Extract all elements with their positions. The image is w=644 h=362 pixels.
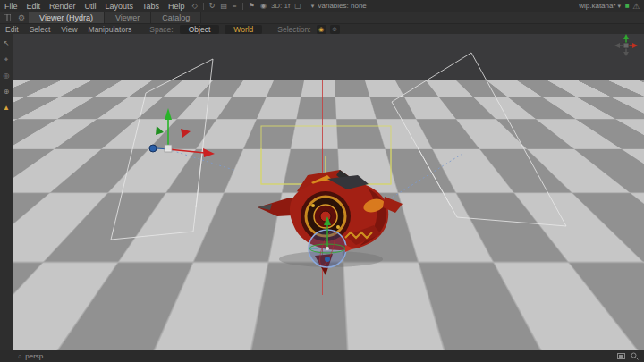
render-status-3d: 3D: 1f (269, 2, 292, 10)
menu-util[interactable]: Util (80, 2, 101, 11)
plane-handle-red[interactable] (181, 129, 191, 138)
project-name[interactable]: wip.katana* (579, 2, 615, 10)
tab-viewer-hydra[interactable]: Viewer (Hydra) (29, 12, 105, 23)
display-mode-icon[interactable] (617, 353, 625, 360)
selection-object-icon: ◉ (318, 25, 324, 34)
warning-icon[interactable]: ⚠ (632, 2, 644, 11)
project-caret-icon[interactable]: ▾ (616, 3, 623, 10)
menu-help[interactable]: Help (164, 2, 190, 11)
scenegraph-status-icon: ■ (623, 2, 632, 10)
space-label: Space: (137, 25, 176, 34)
viewer-menu-edit[interactable]: Edit (0, 25, 24, 34)
menu-tabs[interactable]: Tabs (138, 2, 164, 11)
scale-tool-icon[interactable]: ⊕ (4, 88, 10, 97)
pane-settings-gear-icon[interactable]: ⚙ (14, 12, 29, 23)
flag-icon[interactable]: ⚑ (246, 0, 258, 12)
menu-render[interactable]: Render (45, 2, 80, 11)
locator-icon[interactable]: ◇ (190, 0, 200, 12)
interactive-render-icon[interactable]: ◉ (258, 0, 269, 12)
camera-name[interactable]: persp (25, 352, 43, 360)
viewer-menu-select[interactable]: Select (24, 25, 56, 34)
center-handle[interactable] (165, 145, 172, 152)
tab-catalog[interactable]: Catalog (151, 12, 201, 23)
magnifier-icon[interactable] (631, 352, 639, 360)
rotate-tool-icon[interactable]: ◎ (4, 72, 10, 80)
plane-handle-green[interactable] (156, 126, 164, 135)
render-refresh-icon[interactable]: ↻ (207, 0, 218, 12)
katana-window: File Edit Render Util Layouts Tabs Help … (0, 0, 644, 362)
selection-label: Selection: (265, 25, 314, 34)
menu-edit[interactable]: Edit (22, 2, 46, 11)
render-frame-icon[interactable]: ▢ (292, 0, 304, 12)
viewport-status-bar: ○ persp (0, 350, 644, 362)
select-tool-icon[interactable]: ↖ (4, 39, 10, 48)
selection-mode-component-button[interactable]: ⊕ (330, 25, 340, 34)
variables-label: variables: none (318, 2, 367, 10)
viewport-3d[interactable] (13, 34, 644, 350)
transform-tool-icon-active[interactable]: ▲ (3, 104, 10, 113)
tab-viewer[interactable]: Viewer (105, 12, 151, 23)
menu-layouts[interactable]: Layouts (101, 2, 139, 11)
manipulator-rail: ↖ ⌖ ◎ ⊕ ▲ (0, 34, 13, 350)
viewer-toolbar: Edit Select View Manipulators Space: Obj… (0, 24, 644, 34)
menu-bar: File Edit Render Util Layouts Tabs Help … (0, 0, 644, 12)
viewport-overlay (13, 34, 644, 350)
variables-dropdown[interactable]: ▾ variables: none (309, 2, 367, 10)
light-frustum-right[interactable] (392, 53, 566, 226)
z-axis-handle[interactable] (149, 145, 157, 152)
space-world-button[interactable]: World (225, 25, 262, 34)
viewer-menu-view[interactable]: View (55, 25, 82, 34)
camera-icon: ○ (18, 353, 21, 359)
divider (242, 3, 243, 10)
pane-split-icon[interactable] (0, 12, 14, 23)
divider (203, 3, 204, 10)
selection-component-icon: ⊕ (332, 25, 337, 34)
caret-down-icon: ▾ (309, 3, 317, 9)
pane-tab-bar: ⚙ Viewer (Hydra) Viewer Catalog (0, 12, 644, 24)
viewer-menu-manipulators[interactable]: Manipulators (83, 25, 138, 34)
queue-icon[interactable]: ≡ (230, 0, 240, 12)
translate-tool-icon[interactable]: ⌖ (4, 55, 9, 64)
selection-mode-object-button[interactable]: ◉ (317, 25, 326, 34)
axis-orientation-indicator (614, 34, 638, 56)
space-object-button[interactable]: Object (180, 25, 220, 34)
menu-file[interactable]: File (0, 2, 22, 11)
render-log-icon[interactable]: ▤ (217, 0, 230, 12)
